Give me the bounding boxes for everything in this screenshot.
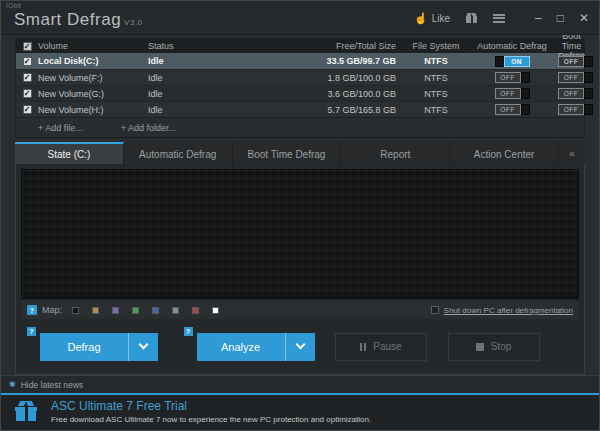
pause-icon (360, 343, 366, 351)
add-file-link[interactable]: + Add file... (38, 123, 83, 133)
title-bar: IObit Smart DefragV3.0 ☝ Like – □ ✕ (1, 1, 599, 35)
promo-banner[interactable]: ASC Ultimate 7 Free Trial Free download … (1, 393, 599, 430)
chevron-down-icon (295, 340, 305, 350)
tab-state[interactable]: State (C:) (15, 142, 124, 164)
toggle-knob (584, 56, 593, 67)
row-checkbox[interactable]: ✓ (23, 57, 32, 66)
close-button[interactable]: ✕ (579, 12, 589, 24)
minimize-button[interactable]: – (535, 12, 542, 24)
table-row[interactable]: ✓ New Volume(G:) Idle 3.6 GB/100.0 GB NT… (16, 85, 584, 101)
smart-defrag-window: IObit Smart DefragV3.0 ☝ Like – □ ✕ ✓ Vo… (0, 0, 600, 431)
toggle-knob (521, 72, 530, 83)
tab-action-center[interactable]: Action Center (450, 142, 559, 164)
toggle-state-label: OFF (558, 72, 584, 83)
header-status[interactable]: Status (148, 41, 288, 51)
shutdown-checkbox[interactable] (431, 306, 439, 314)
gift-icon[interactable] (466, 13, 477, 23)
shutdown-label[interactable]: Shut down PC after defragmentation (444, 306, 573, 315)
legend-swatches (72, 307, 219, 314)
chevron-down-icon (139, 340, 149, 350)
app-title: Smart DefragV3.0 (14, 10, 143, 30)
row-checkbox[interactable]: ✓ (23, 89, 32, 98)
hide-news-link[interactable]: Hide latest news (21, 380, 83, 390)
boot-time-defrag-toggle[interactable]: OFF (558, 56, 593, 67)
volume-filesystem: NTFS (406, 73, 466, 83)
header-size[interactable]: Free/Total Size (288, 41, 406, 51)
volume-size: 5.7 GB/165.8 GB (288, 105, 406, 115)
toggle-state-label: OFF (558, 88, 584, 99)
analyze-button-group: ? Analyze (197, 333, 315, 361)
tab-boot-time-defrag[interactable]: Boot Time Defrag (233, 142, 342, 164)
volume-status: Idle (148, 89, 288, 99)
volume-filesystem: NTFS (406, 56, 466, 66)
like-button[interactable]: ☝ Like (414, 12, 450, 25)
tabs-collapse-icon[interactable]: « (559, 142, 585, 164)
defrag-button[interactable]: Defrag (40, 333, 128, 361)
legend-swatch (172, 307, 179, 314)
volume-filesystem: NTFS (406, 89, 466, 99)
toggle-knob (521, 88, 530, 99)
legend-swatch (132, 307, 139, 314)
boot-time-defrag-toggle[interactable]: OFF (558, 88, 593, 99)
stop-button[interactable]: Stop (448, 333, 540, 361)
tab-report[interactable]: Report (341, 142, 450, 164)
volume-status: Idle (148, 56, 288, 66)
toggle-knob (584, 88, 593, 99)
analyze-dropdown-button[interactable] (285, 333, 315, 361)
title-actions: ☝ Like – □ ✕ (414, 1, 589, 35)
table-row[interactable]: ✓ New Volume(F:) Idle 1.8 GB/100.0 GB NT… (16, 69, 584, 85)
stop-icon (476, 343, 484, 351)
table-row[interactable]: ✓ New Volume(H:) Idle 5.7 GB/165.8 GB NT… (16, 101, 584, 117)
automatic-defrag-toggle[interactable]: OFF (495, 72, 530, 83)
banner-title-link[interactable]: ASC Ultimate 7 Free Trial (51, 399, 371, 413)
volume-filesystem: NTFS (406, 105, 466, 115)
analyze-button[interactable]: Analyze (197, 333, 285, 361)
boot-time-defrag-toggle[interactable]: OFF (558, 104, 593, 115)
analyze-help-icon[interactable]: ? (184, 327, 193, 336)
iobit-logo: IObit (6, 2, 21, 9)
automatic-defrag-toggle[interactable]: OFF (495, 88, 530, 99)
action-buttons: ? Defrag ? Analyze Pause (16, 319, 584, 374)
toggle-knob (584, 104, 593, 115)
toggle-state-label: OFF (495, 88, 521, 99)
table-header: ✓ Volume Status Free/Total Size File Sys… (16, 39, 584, 53)
toggle-state-label: OFF (495, 104, 521, 115)
hide-news-icon: ✱ (9, 380, 16, 389)
news-bar: ✱ Hide latest news (1, 375, 599, 393)
menu-icon[interactable] (493, 14, 505, 23)
boot-time-defrag-toggle[interactable]: OFF (558, 72, 593, 83)
legend-swatch (192, 307, 199, 314)
select-all-checkbox[interactable]: ✓ (23, 42, 32, 51)
defrag-dropdown-button[interactable] (128, 333, 158, 361)
shutdown-option: Shut down PC after defragmentation (431, 306, 573, 315)
gift-icon (15, 401, 37, 421)
legend-swatch (152, 307, 159, 314)
map-help-icon[interactable]: ? (27, 305, 37, 315)
row-checkbox[interactable]: ✓ (23, 105, 32, 114)
stop-label: Stop (491, 341, 512, 352)
automatic-defrag-toggle[interactable]: ON (495, 56, 530, 67)
pause-button[interactable]: Pause (335, 333, 427, 361)
table-row[interactable]: ✓ Local Disk(C:) Idle 33.5 GB/99.7 GB NT… (16, 53, 584, 69)
defrag-button-group: ? Defrag (40, 333, 158, 361)
automatic-defrag-toggle[interactable]: OFF (495, 104, 530, 115)
toggle-state-label: OFF (558, 104, 584, 115)
add-links-row: + Add file... + Add folder... (16, 117, 584, 137)
volume-size: 1.8 GB/100.0 GB (288, 73, 406, 83)
row-checkbox[interactable]: ✓ (23, 73, 32, 82)
disk-map-grid (21, 169, 579, 299)
defrag-help-icon[interactable]: ? (27, 327, 36, 336)
legend-swatch (72, 307, 79, 314)
volume-size: 33.5 GB/99.7 GB (288, 56, 406, 66)
add-folder-link[interactable]: + Add folder... (121, 123, 176, 133)
header-volume[interactable]: Volume (38, 41, 148, 51)
legend-swatch (112, 307, 119, 314)
thumbs-up-icon: ☝ (414, 12, 428, 25)
volume-status: Idle (148, 105, 288, 115)
header-filesystem[interactable]: File System (406, 41, 466, 51)
maximize-button[interactable]: □ (557, 12, 564, 24)
tab-automatic-defrag[interactable]: Automatic Defrag (124, 142, 233, 164)
pause-label: Pause (373, 341, 401, 352)
like-label: Like (432, 13, 450, 24)
header-automatic-defrag[interactable]: Automatic Defrag (466, 41, 558, 51)
